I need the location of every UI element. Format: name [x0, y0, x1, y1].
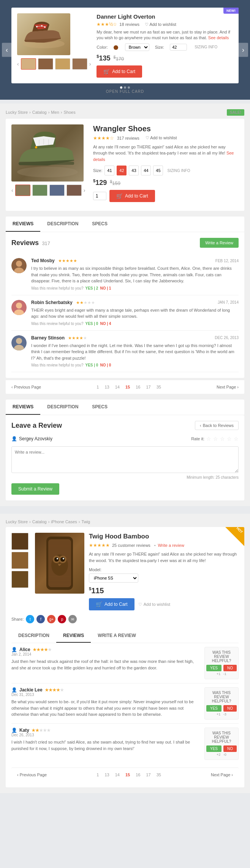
add-to-cart-button[interactable]: 🛒 Add to Cart: [97, 65, 142, 78]
helpful-yes-jackie[interactable]: YES: [206, 705, 222, 712]
helpful-no-2[interactable]: NO | 4: [100, 322, 111, 326]
color-select[interactable]: Brown: [125, 43, 149, 51]
helpful-no-alice[interactable]: NO: [223, 665, 237, 671]
product-reviews-count[interactable]: 317 reviews: [117, 136, 139, 140]
carousel-prev-btn[interactable]: ‹: [2, 43, 12, 57]
product-thumb-4[interactable]: [66, 185, 82, 196]
page-16[interactable]: 16: [134, 384, 142, 390]
breadcrumb-men[interactable]: Men: [51, 110, 59, 115]
page-35[interactable]: 35: [155, 384, 163, 390]
tab-reviews-2[interactable]: REVIEWS: [6, 400, 40, 415]
product-thumb-2[interactable]: [32, 185, 47, 196]
rate-star-3[interactable]: ☆: [220, 436, 225, 442]
pinterest-share-icon[interactable]: p: [58, 615, 66, 623]
helpful-yes-alice[interactable]: YES: [206, 665, 222, 671]
rate-star-4[interactable]: ☆: [227, 436, 232, 442]
helpful-yes-katy[interactable]: YES: [206, 745, 222, 752]
page-17[interactable]: 17: [144, 384, 152, 390]
write-review-button[interactable]: Write a Review: [200, 238, 239, 248]
gplus-share-icon[interactable]: g+: [47, 615, 55, 623]
add-wishlist[interactable]: ♡ Add to wishlist: [138, 602, 170, 607]
tab-description[interactable]: DESCRIPTION: [40, 217, 85, 232]
bc-iphone-cases[interactable]: iPhone Cases: [51, 519, 77, 524]
featured-wishlist[interactable]: ♡ Add to wishlist: [145, 22, 176, 27]
helpful-yes-2[interactable]: YES | 0: [85, 322, 98, 326]
iphone-page-35[interactable]: 35: [155, 772, 163, 778]
size-41[interactable]: 41: [104, 166, 114, 175]
size-44[interactable]: 44: [141, 166, 151, 175]
qty-input[interactable]: [93, 192, 106, 200]
iphone-add-to-cart-button[interactable]: 🛒 Add to Cart: [89, 598, 134, 610]
rate-star-2[interactable]: ☆: [213, 436, 218, 442]
iphone-thumb-2[interactable]: [11, 552, 28, 569]
product-sizing-info[interactable]: SIZING INFO: [167, 169, 190, 173]
iphone-page-13[interactable]: 13: [103, 772, 111, 778]
featured-reviews-count[interactable]: 18 reviews: [119, 22, 139, 27]
iphone-page-16[interactable]: 16: [134, 772, 142, 778]
product-thumbs-prev[interactable]: ‹: [11, 187, 13, 193]
iphone-page-1[interactable]: 1: [95, 772, 101, 778]
breadcrumb-catalog[interactable]: Catalog: [32, 110, 47, 115]
product-thumb-1[interactable]: [15, 185, 30, 196]
bc-store[interactable]: Lucky Store: [6, 519, 28, 524]
breadcrumb-store[interactable]: Lucky Store: [6, 110, 28, 115]
tab-specs-2[interactable]: SPECS: [85, 400, 114, 415]
dot-3[interactable]: [128, 86, 130, 89]
add-to-cart-button[interactable]: 🛒 Add to Cart: [109, 190, 155, 202]
iphone-page-15[interactable]: 15: [123, 772, 132, 778]
helpful-yes-1[interactable]: YES | 2: [85, 286, 98, 290]
helpful-no-3[interactable]: NO | 0: [100, 363, 111, 367]
tab-specs[interactable]: SPECS: [85, 217, 114, 232]
helpful-no-katy[interactable]: NO: [223, 745, 237, 752]
rate-star-1[interactable]: ☆: [206, 436, 211, 442]
sizing-info-link[interactable]: SIZING INFO: [195, 45, 217, 49]
size-45[interactable]: 45: [153, 166, 163, 175]
iphone-thumb-3[interactable]: [11, 571, 28, 588]
helpful-yes-3[interactable]: YES | 0: [85, 363, 98, 367]
rate-star-5[interactable]: ☆: [234, 436, 239, 442]
helpful-no-jackie[interactable]: NO: [223, 705, 237, 712]
email-share-icon[interactable]: ✉: [68, 615, 77, 623]
iphone-thumb-1[interactable]: [11, 533, 28, 550]
iphone-page-14[interactable]: 14: [113, 772, 122, 778]
next-page-btn[interactable]: Next Page ›: [217, 385, 239, 389]
thumbnail-3[interactable]: [55, 58, 70, 70]
product-thumbs-next[interactable]: ›: [84, 187, 85, 193]
iphone-next-page-btn[interactable]: Next Page ›: [211, 772, 233, 777]
iphone-tab-description[interactable]: DESCRIPTION: [11, 629, 56, 643]
size-43[interactable]: 43: [129, 166, 139, 175]
page-14[interactable]: 14: [113, 384, 122, 390]
bc-catalog[interactable]: Catalog: [32, 519, 47, 524]
helpful-no-1[interactable]: NO | 1: [100, 286, 111, 290]
facebook-share-icon[interactable]: f: [36, 615, 45, 623]
page-13[interactable]: 13: [103, 384, 111, 390]
carousel-next-btn[interactable]: ›: [238, 43, 248, 57]
thumbnail-1[interactable]: [21, 58, 36, 70]
dot-1[interactable]: [120, 86, 122, 89]
thumbnail-4[interactable]: [72, 58, 87, 70]
size-input[interactable]: [170, 44, 187, 51]
tab-description-2[interactable]: DESCRIPTION: [40, 400, 85, 415]
dot-2[interactable]: [124, 86, 126, 89]
size-42[interactable]: 42: [117, 166, 127, 175]
thumbnail-2[interactable]: [38, 58, 53, 70]
iphone-page-17[interactable]: 17: [144, 772, 152, 778]
see-details-link[interactable]: See details: [208, 35, 229, 40]
iphone-prev-page-btn[interactable]: ‹ Previous Page: [17, 772, 47, 777]
iphone-reviews-count[interactable]: 25 customer reviews: [112, 543, 150, 548]
tab-reviews[interactable]: REVIEWS: [6, 217, 40, 232]
prev-page-btn[interactable]: ‹ Previous Page: [11, 385, 41, 389]
page-15[interactable]: 15: [123, 384, 132, 390]
iphone-write-review[interactable]: Write a review: [158, 543, 184, 548]
thumbs-prev[interactable]: ‹: [17, 61, 19, 67]
product-wishlist[interactable]: ♡ Add to wishlist: [146, 135, 177, 140]
review-textarea[interactable]: [11, 446, 239, 473]
submit-review-button[interactable]: Submit a Review: [11, 483, 59, 495]
back-reviews-button[interactable]: ‹ Back to Reviews: [195, 421, 239, 430]
twitter-share-icon[interactable]: t: [26, 615, 34, 623]
iphone-tab-reviews[interactable]: REVIEWS: [56, 629, 91, 643]
open-full-link[interactable]: OPEN FULL CARD: [106, 89, 144, 94]
model-select[interactable]: iPhone 5S iPhone 6 iPhone 6S: [89, 573, 138, 583]
product-thumb-3[interactable]: [49, 185, 65, 196]
iphone-tab-write-review[interactable]: WRITE A REVIEW: [91, 629, 142, 643]
